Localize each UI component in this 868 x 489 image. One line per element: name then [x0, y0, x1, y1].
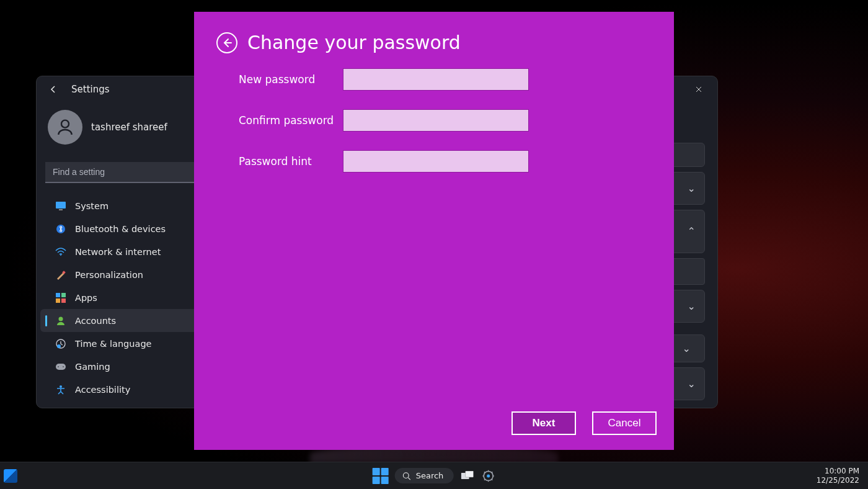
bluetooth-icon — [55, 223, 66, 235]
system-icon — [55, 200, 66, 212]
nav-label: System — [75, 201, 108, 211]
window-title: Settings — [71, 84, 110, 95]
chevron-down-icon: ⌄ — [683, 343, 691, 354]
svg-rect-12 — [56, 298, 60, 303]
nav-item-gaming[interactable]: Gaming — [40, 355, 219, 378]
new-password-label: New password — [239, 73, 343, 86]
chevron-down-icon: ⌄ — [688, 378, 696, 390]
svg-rect-6 — [59, 209, 63, 210]
svg-rect-11 — [61, 293, 66, 297]
password-hint-label: Password hint — [239, 155, 343, 168]
time-language-icon — [55, 338, 66, 349]
back-button[interactable] — [216, 32, 237, 53]
nav-label: Time & language — [75, 339, 152, 349]
chevron-up-icon: ⌃ — [688, 225, 696, 237]
nav-item-privacy[interactable]: Privacy & security — [40, 401, 219, 408]
password-form: New password Confirm password Password h… — [194, 66, 674, 173]
nav-label: Privacy & security — [75, 408, 156, 409]
close-button[interactable] — [685, 80, 712, 99]
widgets-button[interactable] — [4, 469, 17, 483]
taskbar-search[interactable]: Search — [395, 468, 454, 483]
nav-label: Network & internet — [75, 247, 161, 257]
clock-time: 10:00 PM — [817, 467, 859, 475]
svg-point-14 — [59, 316, 63, 321]
svg-line-22 — [408, 477, 410, 480]
svg-rect-5 — [56, 202, 66, 209]
chevron-down-icon: ⌄ — [688, 182, 696, 194]
nav-item-accounts[interactable]: Accounts — [40, 309, 219, 332]
new-password-input[interactable] — [343, 68, 529, 91]
svg-point-21 — [403, 472, 409, 478]
chevron-down-icon: ⌄ — [688, 300, 696, 312]
start-button[interactable] — [373, 468, 389, 484]
settings-taskbar-icon[interactable] — [480, 469, 495, 483]
svg-rect-13 — [61, 298, 66, 303]
clock-date: 12/25/2022 — [817, 476, 859, 485]
svg-rect-17 — [56, 364, 66, 370]
svg-point-20 — [60, 385, 62, 388]
wifi-icon — [55, 246, 66, 258]
nav-label: Apps — [75, 293, 97, 303]
gaming-icon — [55, 361, 66, 372]
svg-point-26 — [487, 474, 490, 477]
dialog-title: Change your password — [247, 32, 461, 53]
apps-icon — [55, 292, 66, 303]
back-arrow-icon[interactable] — [48, 84, 59, 95]
confirm-password-input[interactable] — [343, 109, 529, 132]
nav-item-personalization[interactable]: Personalization — [40, 263, 219, 286]
nav-label: Accounts — [75, 316, 116, 326]
task-view-button[interactable] — [459, 469, 474, 483]
nav-item-time-language[interactable]: Time & language — [40, 332, 219, 355]
nav-label: Gaming — [75, 362, 110, 372]
svg-point-8 — [60, 254, 61, 256]
personalization-icon — [55, 269, 66, 280]
svg-point-18 — [58, 366, 59, 367]
confirm-password-label: Confirm password — [239, 114, 343, 127]
profile-name: tashreef shareef — [91, 122, 167, 133]
system-tray[interactable]: 10:00 PM 12/25/2022 — [817, 467, 868, 485]
search-input[interactable] — [45, 162, 214, 183]
svg-point-16 — [57, 344, 61, 348]
nav-label: Bluetooth & devices — [75, 224, 166, 234]
change-password-dialog: Change your password New password Confir… — [194, 12, 674, 450]
taskbar-search-label: Search — [416, 471, 444, 480]
settings-search[interactable] — [45, 162, 214, 183]
svg-rect-24 — [465, 471, 473, 477]
next-button[interactable]: Next — [512, 411, 576, 435]
cancel-button[interactable]: Cancel — [592, 411, 657, 435]
nav-item-bluetooth[interactable]: Bluetooth & devices — [40, 217, 219, 240]
nav-label: Accessibility — [75, 385, 130, 395]
search-icon — [402, 472, 411, 480]
svg-point-19 — [63, 366, 64, 367]
svg-rect-10 — [56, 293, 60, 297]
nav-item-apps[interactable]: Apps — [40, 286, 219, 309]
nav-item-system[interactable]: System — [40, 194, 219, 217]
svg-point-2 — [61, 120, 69, 128]
accounts-icon — [55, 315, 66, 326]
nav-item-network[interactable]: Network & internet — [40, 240, 219, 263]
password-hint-input[interactable] — [343, 150, 529, 173]
privacy-icon — [55, 407, 66, 409]
taskbar: Search 10:00 PM 12/25/2022 — [0, 462, 868, 489]
accessibility-icon — [55, 384, 66, 395]
avatar — [48, 110, 82, 145]
nav-label: Personalization — [75, 270, 143, 280]
nav-item-accessibility[interactable]: Accessibility — [40, 378, 219, 401]
